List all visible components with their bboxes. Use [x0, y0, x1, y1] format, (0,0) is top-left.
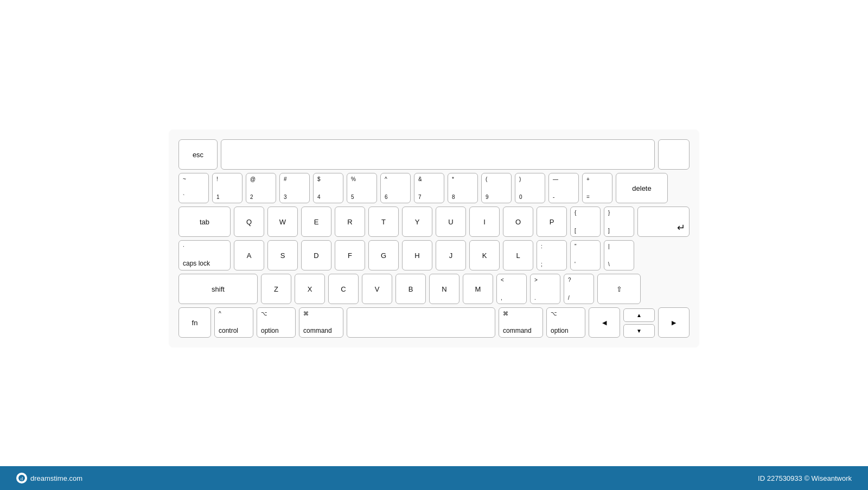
key-minus[interactable]: — - [548, 173, 579, 203]
key-lbracket[interactable]: { [ [570, 207, 601, 237]
key-h[interactable]: H [402, 240, 432, 270]
key-backslash[interactable]: | \ [604, 240, 634, 270]
key-7[interactable]: & 7 [414, 173, 444, 203]
key-arrow-left[interactable]: ◀ [589, 307, 620, 338]
key-c[interactable]: C [328, 274, 359, 304]
key-command-right[interactable]: ⌘ command [499, 307, 543, 338]
dreamstime-logo-icon: d [16, 473, 27, 483]
dreamstime-icon: d [18, 474, 25, 482]
key-shift-left[interactable]: shift [178, 274, 258, 304]
key-e[interactable]: E [301, 207, 331, 237]
key-l[interactable]: L [503, 240, 533, 270]
row-1: ~ ` ! 1 @ 2 # 3 $ 4 % 5 [178, 173, 690, 203]
key-y[interactable]: Y [402, 207, 432, 237]
row-2: tab Q W E R T Y U I O P { [ } ] ↵ [178, 207, 690, 237]
key-z[interactable]: Z [261, 274, 291, 304]
key-capslock[interactable]: · caps lock [178, 240, 231, 270]
key-command-left[interactable]: ⌘ command [299, 307, 343, 338]
key-s[interactable]: S [267, 240, 298, 270]
key-g[interactable]: G [368, 240, 399, 270]
key-f[interactable]: F [335, 240, 365, 270]
key-enter[interactable]: ↵ [637, 207, 690, 237]
key-esc-label: esc [193, 151, 203, 159]
key-d[interactable]: D [301, 240, 331, 270]
key-q[interactable]: Q [234, 207, 264, 237]
key-n[interactable]: N [429, 274, 459, 304]
key-space[interactable] [347, 307, 495, 338]
key-9[interactable]: ( 9 [481, 173, 512, 203]
footer-watermark: d dreamstime.com [16, 473, 82, 483]
key-5[interactable]: % 5 [347, 173, 377, 203]
key-tilde[interactable]: ~ ` [178, 173, 209, 203]
row-3: · caps lock A S D F G H J K L : ; " ' | … [178, 240, 690, 270]
svg-text:d: d [21, 476, 23, 481]
key-period[interactable]: > . [530, 274, 560, 304]
key-i[interactable]: I [469, 207, 500, 237]
key-tab[interactable]: tab [178, 207, 231, 237]
key-fn[interactable]: fn [178, 307, 211, 338]
key-p[interactable]: P [537, 207, 567, 237]
key-k[interactable]: K [469, 240, 500, 270]
key-control[interactable]: ^ control [214, 307, 253, 338]
key-fbar [221, 139, 655, 170]
key-w[interactable]: W [267, 207, 298, 237]
key-rbracket[interactable]: } ] [604, 207, 634, 237]
key-slash[interactable]: ? / [564, 274, 594, 304]
footer-site-label: dreamstime.com [30, 474, 82, 482]
key-semicolon[interactable]: : ; [537, 240, 567, 270]
key-1[interactable]: ! 1 [212, 173, 242, 203]
page-wrapper: esc ~ ` ! 1 @ 2 # 3 $ [0, 0, 868, 466]
row-0: esc [178, 139, 690, 170]
key-comma[interactable]: < , [496, 274, 527, 304]
key-6[interactable]: ^ 6 [380, 173, 411, 203]
key-quote[interactable]: " ' [570, 240, 601, 270]
key-b[interactable]: B [395, 274, 426, 304]
key-arrow-up[interactable]: ▲ [623, 308, 655, 322]
key-esc[interactable]: esc [178, 139, 218, 170]
key-arrow-down[interactable]: ▼ [623, 324, 655, 338]
key-power[interactable] [658, 139, 690, 170]
footer-id-label: ID 227530933 © Wiseantwork [758, 474, 852, 482]
key-o[interactable]: O [503, 207, 533, 237]
key-t[interactable]: T [368, 207, 399, 237]
key-option-right[interactable]: ⌥ option [546, 307, 585, 338]
key-shift-right[interactable]: ⇧ [597, 274, 641, 304]
keyboard: esc ~ ` ! 1 @ 2 # 3 $ [169, 130, 699, 347]
key-3[interactable]: # 3 [279, 173, 310, 203]
row-5: fn ^ control ⌥ option ⌘ command ⌘ comman… [178, 307, 690, 338]
key-delete[interactable]: delete [616, 173, 668, 203]
key-arrow-right[interactable]: ▶ [658, 307, 690, 338]
key-8[interactable]: * 8 [448, 173, 478, 203]
key-u[interactable]: U [436, 207, 466, 237]
key-x[interactable]: X [295, 274, 325, 304]
key-4[interactable]: $ 4 [313, 173, 343, 203]
key-0[interactable]: ) 0 [515, 173, 545, 203]
key-m[interactable]: M [463, 274, 493, 304]
arrow-ud-group: ▲ ▼ [623, 308, 655, 338]
key-j[interactable]: J [436, 240, 466, 270]
key-r[interactable]: R [335, 207, 365, 237]
key-v[interactable]: V [362, 274, 392, 304]
key-2[interactable]: @ 2 [246, 173, 276, 203]
key-delete-label: delete [632, 184, 651, 192]
key-option-left[interactable]: ⌥ option [257, 307, 296, 338]
footer-bar: d dreamstime.com ID 227530933 © Wiseantw… [0, 466, 868, 490]
key-a[interactable]: A [234, 240, 264, 270]
key-equal[interactable]: + = [582, 173, 612, 203]
row-4: shift Z X C V B N M < , > . ? / ⇧ [178, 274, 690, 304]
